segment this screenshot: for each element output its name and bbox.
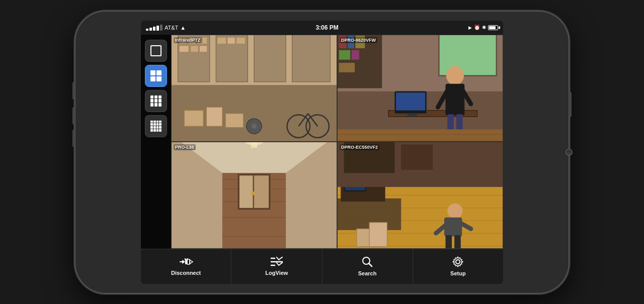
svg-rect-33 (352, 50, 359, 59)
sidebar-btn-quad[interactable] (145, 65, 167, 87)
svg-rect-21 (225, 113, 243, 127)
sidebar (141, 35, 171, 249)
status-bar-left: AT&T ▲ (146, 25, 186, 31)
svg-rect-4 (254, 35, 286, 82)
logview-icon (271, 257, 283, 268)
battery-icon (488, 25, 498, 30)
svg-rect-5 (292, 35, 331, 82)
tab-bar: Disconnect LogView (141, 249, 503, 284)
feed-content-4 (338, 142, 503, 248)
carrier-text: AT&T (165, 25, 178, 31)
tab-setup-label: Setup (450, 270, 466, 276)
sidebar-btn-sixteen[interactable] (145, 115, 167, 137)
svg-rect-13 (227, 37, 235, 44)
bluetooth-icon: ✱ (482, 25, 486, 30)
svg-rect-27 (439, 35, 497, 75)
search-icon (362, 256, 373, 269)
svg-rect-9 (179, 45, 189, 52)
svg-rect-34 (339, 63, 355, 72)
quad-view-icon (150, 70, 162, 81)
svg-rect-62 (251, 142, 258, 148)
wifi-icon: ▲ (180, 25, 186, 31)
tab-logview[interactable]: LogView (231, 249, 322, 284)
single-view-icon (150, 45, 162, 56)
svg-rect-81 (369, 222, 387, 246)
status-time: 3:06 PM (315, 24, 338, 31)
sidebar-btn-single[interactable] (145, 40, 167, 62)
feed-content-1 (172, 35, 337, 141)
svg-rect-19 (184, 110, 203, 126)
svg-rect-75 (444, 217, 462, 236)
svg-point-39 (446, 66, 464, 85)
tab-search[interactable]: Search (323, 249, 413, 284)
feed-content-3 (172, 142, 337, 248)
svg-point-23 (252, 124, 257, 129)
svg-marker-86 (182, 260, 185, 264)
signal-bars (146, 25, 163, 31)
hallway-svg (172, 142, 337, 248)
svg-rect-37 (396, 92, 425, 110)
svg-rect-84 (401, 144, 433, 169)
svg-rect-14 (236, 37, 246, 44)
status-bar-right: ▶ ⏰ ✱ (468, 25, 498, 30)
tab-disconnect[interactable]: Disconnect (141, 249, 231, 284)
alarm-icon: ⏰ (474, 25, 480, 30)
floor-svg (338, 142, 503, 248)
gear-icon (452, 256, 463, 269)
phone-shell: AT&T ▲ 3:06 PM ▶ ⏰ ✱ (75, 12, 569, 293)
camera-feed-2[interactable]: DPRO-9620VFW (337, 35, 503, 142)
svg-rect-12 (217, 37, 226, 44)
status-bar: AT&T ▲ 3:06 PM ▶ ⏰ ✱ (141, 21, 503, 35)
svg-point-97 (456, 260, 460, 264)
svg-rect-11 (200, 45, 207, 52)
svg-rect-45 (338, 129, 503, 141)
app-content: InfraredPTZ (141, 35, 503, 249)
camera-feed-4[interactable]: DPRO-EC550VF2 (337, 142, 503, 249)
home-button[interactable] (566, 149, 573, 156)
location-icon: ▶ (468, 25, 472, 30)
svg-point-74 (447, 203, 462, 218)
camera-label-1: InfraredPTZ (174, 37, 202, 43)
svg-rect-79 (454, 235, 461, 248)
svg-rect-38 (408, 113, 417, 116)
camera-feed-3[interactable]: PRO-L36 (171, 142, 337, 249)
sidebar-btn-nine[interactable] (145, 90, 167, 112)
camera-label-4: DPRO-EC550VF2 (340, 144, 379, 150)
svg-rect-59 (254, 175, 269, 208)
camera-grid: InfraredPTZ (171, 35, 503, 249)
disconnect-icon (179, 257, 193, 268)
warehouse-svg (172, 35, 337, 141)
tab-logview-label: LogView (265, 270, 288, 276)
nine-view-icon (150, 95, 162, 107)
phone-screen: AT&T ▲ 3:06 PM ▶ ⏰ ✱ (141, 21, 503, 284)
camera-label-2: DPRO-9620VFW (340, 37, 377, 43)
tab-search-label: Search (358, 270, 377, 276)
svg-rect-78 (445, 235, 452, 248)
svg-rect-32 (339, 50, 351, 59)
tab-setup[interactable]: Setup (413, 249, 503, 284)
svg-point-60 (251, 191, 255, 195)
svg-rect-58 (239, 175, 253, 208)
svg-rect-20 (206, 107, 222, 126)
svg-rect-10 (191, 45, 198, 52)
tab-disconnect-label: Disconnect (171, 270, 201, 276)
feed-content-2 (338, 35, 503, 141)
svg-line-96 (369, 263, 372, 266)
svg-marker-91 (190, 260, 193, 264)
office-svg (338, 35, 503, 141)
camera-feed-1[interactable]: InfraredPTZ (171, 35, 337, 142)
sixteen-view-icon (150, 121, 162, 132)
camera-label-3: PRO-L36 (174, 144, 196, 150)
